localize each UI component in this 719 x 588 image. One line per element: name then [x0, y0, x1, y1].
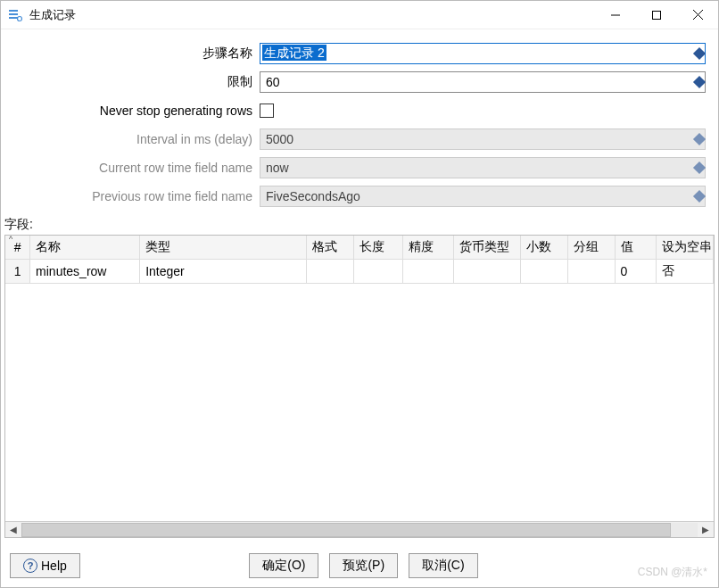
- horizontal-scrollbar[interactable]: ◀ ▶: [5, 521, 714, 537]
- cell-length[interactable]: [353, 260, 402, 284]
- scroll-track[interactable]: [21, 523, 698, 537]
- previous-time-input: [260, 186, 706, 207]
- header-currency[interactable]: 货币类型: [454, 236, 520, 260]
- header-set-empty[interactable]: 设为空串: [657, 236, 714, 260]
- footer: ? Help 确定(O) 预览(P) 取消(C) CSDN @清水*: [1, 544, 718, 587]
- window-title: 生成记录: [29, 7, 595, 23]
- limit-label: 限制: [13, 74, 260, 90]
- step-name-input[interactable]: 生成记录 2: [260, 43, 706, 64]
- fields-table[interactable]: ^# 名称 类型 格式 长度 精度 货币类型 小数 分组 值 设为空串 1 mi…: [5, 236, 714, 284]
- interval-label: Interval in ms (delay): [13, 132, 260, 146]
- never-stop-checkbox[interactable]: [260, 104, 274, 118]
- cell-type[interactable]: Integer: [140, 260, 307, 284]
- preview-button[interactable]: 预览(P): [329, 553, 398, 578]
- table-row[interactable]: 1 minutes_row Integer 0 否: [5, 260, 714, 284]
- header-type[interactable]: 类型: [140, 236, 307, 260]
- header-num[interactable]: ^#: [5, 236, 30, 260]
- scroll-left-arrow[interactable]: ◀: [5, 522, 21, 538]
- cell-precision[interactable]: [403, 260, 454, 284]
- fields-table-container: ^# 名称 类型 格式 长度 精度 货币类型 小数 分组 值 设为空串 1 mi…: [4, 235, 715, 538]
- svg-rect-5: [653, 11, 661, 19]
- header-format[interactable]: 格式: [306, 236, 353, 260]
- svg-point-3: [18, 16, 22, 21]
- table-header-row: ^# 名称 类型 格式 长度 精度 货币类型 小数 分组 值 设为空串: [5, 236, 714, 260]
- cell-decimal[interactable]: [520, 260, 567, 284]
- header-precision[interactable]: 精度: [403, 236, 454, 260]
- header-value[interactable]: 值: [615, 236, 657, 260]
- interval-input: [260, 128, 706, 150]
- previous-time-label: Previous row time field name: [13, 189, 260, 203]
- cell-group[interactable]: [567, 260, 615, 284]
- cell-num[interactable]: 1: [5, 260, 30, 284]
- cell-set-empty[interactable]: 否: [657, 260, 714, 284]
- fields-section-label: 字段:: [1, 217, 718, 235]
- cell-format[interactable]: [306, 260, 353, 284]
- help-button[interactable]: ? Help: [10, 553, 80, 578]
- scroll-right-arrow[interactable]: ▶: [698, 522, 714, 538]
- header-group[interactable]: 分组: [567, 236, 615, 260]
- maximize-button[interactable]: [636, 1, 677, 29]
- header-decimal[interactable]: 小数: [520, 236, 567, 260]
- current-time-label: Current row time field name: [13, 161, 260, 175]
- form-area: 步骤名称 生成记录 2 限制 Never stop generating row…: [1, 29, 718, 217]
- close-button[interactable]: [677, 1, 718, 29]
- current-time-input: [260, 157, 706, 178]
- header-name[interactable]: 名称: [30, 236, 140, 260]
- minimize-button[interactable]: [595, 1, 636, 29]
- window-controls: [595, 1, 718, 29]
- ok-button[interactable]: 确定(O): [249, 553, 318, 578]
- scroll-thumb[interactable]: [21, 523, 671, 537]
- svg-rect-0: [9, 10, 18, 12]
- watermark: CSDN @清水*: [638, 565, 707, 580]
- cell-value[interactable]: 0: [615, 260, 657, 284]
- step-name-value: 生成记录 2: [262, 45, 326, 61]
- limit-input[interactable]: [260, 71, 706, 93]
- never-stop-label: Never stop generating rows: [13, 104, 260, 118]
- header-length[interactable]: 长度: [353, 236, 402, 260]
- cell-currency[interactable]: [454, 260, 520, 284]
- help-icon: ?: [23, 559, 37, 573]
- cancel-button[interactable]: 取消(C): [409, 553, 477, 578]
- svg-rect-1: [9, 13, 18, 15]
- app-icon: [8, 8, 22, 22]
- help-label: Help: [41, 559, 67, 573]
- title-bar: 生成记录: [1, 1, 718, 29]
- step-name-label: 步骤名称: [13, 46, 260, 62]
- cell-name[interactable]: minutes_row: [30, 260, 140, 284]
- svg-rect-2: [9, 17, 18, 19]
